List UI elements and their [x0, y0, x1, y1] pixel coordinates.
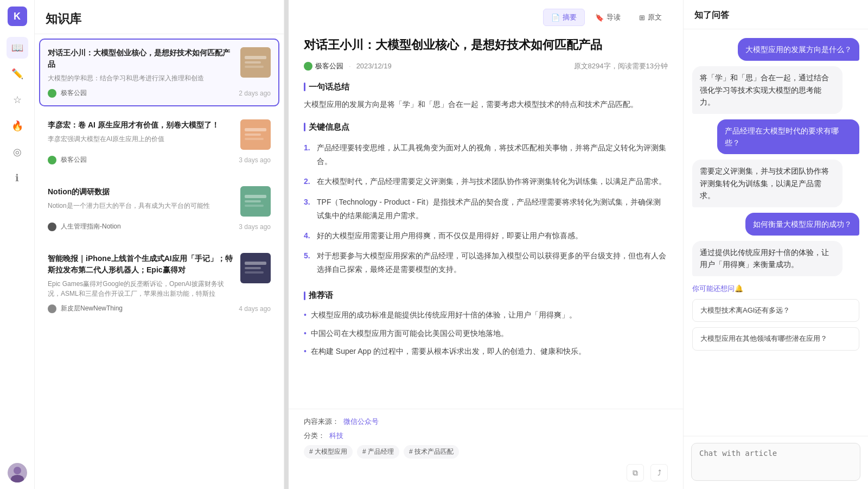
view-tabs: 📄摘要🔖导读⊞原文	[543, 9, 670, 26]
article-card-thumb	[240, 253, 271, 283]
recommend-section: 推荐语 大模型应用的成功标准是能提供比传统应用好十倍的体验，让用户「用得爽」。中…	[304, 290, 668, 360]
chat-header: 知了问答	[684, 0, 868, 29]
source-link[interactable]: 微信公众号	[343, 417, 379, 427]
article-meta: 极客公园 · 2023/12/19 原文8294字，阅读需要13分钟	[304, 61, 668, 71]
svg-rect-8	[245, 128, 266, 131]
tag[interactable]: # 大模型应用	[304, 445, 353, 459]
article-card-title: 智能晚报｜iPhone上线首个生成式AI应用「手记」；特斯拉发布第二代人形机器人…	[48, 253, 235, 276]
article-card[interactable]: Notion的调研数据 Notion是一个潜力巨大的平台，具有成为大平台的可能性…	[39, 177, 279, 240]
article-card-title: Notion的调研数据	[48, 186, 235, 198]
category-label: 分类：	[304, 431, 325, 441]
summary-section: 一句话总结 大模型应用的发展方向是将「学」和「思」合在一起，需要考虑大模型技术的…	[304, 82, 668, 111]
time-text: 4 days ago	[239, 305, 271, 313]
key-point-item: 产品经理要转变思维，从工具视角变为面对人的视角，将技术匹配相关事物，并将产品定义…	[304, 138, 668, 172]
svg-rect-6	[245, 66, 264, 68]
content-body: 对话王小川：大模型创业核心，是想好技术如何匹配产品 极客公园 · 2023/12…	[289, 26, 683, 409]
time-text: 3 days ago	[239, 223, 271, 231]
recommend-list: 大模型应用的成功标准是能提供比传统应用好十倍的体验，让用户「用得爽」。中国公司在…	[304, 306, 668, 360]
svg-rect-9	[245, 134, 261, 136]
chat-input-area	[684, 436, 868, 489]
content-footer: 内容来源： 微信公众号 分类： 科技 # 大模型应用# 产品经理# 技术产品匹配…	[289, 409, 683, 489]
page-title: 知识库	[46, 11, 273, 27]
time-text: 3 days ago	[239, 156, 271, 164]
key-point-item: 好的大模型应用需要让用户用得爽，而不仅仅是用得好，即要让用户有惊喜感。	[304, 226, 668, 246]
article-card[interactable]: 李彦宏：卷 AI 原生应用才有价值，别卷大模型了！ 李彦宏强调大模型在AI原生应…	[39, 111, 279, 173]
footer-actions: ⧉ ⤴	[304, 464, 668, 481]
chat-input[interactable]	[691, 443, 860, 481]
word-count: 原文8294字，阅读需要13分钟	[574, 61, 668, 71]
chat-user-message: 产品经理在大模型时代的要求有哪些？	[717, 119, 859, 155]
svg-point-1	[14, 467, 21, 474]
svg-rect-18	[245, 271, 264, 274]
article-card[interactable]: 智能晚报｜iPhone上线首个生成式AI应用「手记」；特斯拉发布第二代人形机器人…	[39, 244, 279, 322]
recommend-title: 推荐语	[304, 290, 668, 301]
time-text: 2 days ago	[239, 90, 271, 97]
user-avatar[interactable]	[8, 463, 27, 482]
article-card-thumb	[240, 119, 271, 150]
source-info: 极客公园	[304, 61, 343, 71]
article-list-items: 对话王小川：大模型创业核心，是想好技术如何匹配产品 大模型的学和思：结合学习和思…	[35, 34, 284, 489]
summary-title: 一句话总结	[304, 82, 668, 92]
sidebar-item-info[interactable]: ℹ	[7, 167, 28, 189]
article-card[interactable]: 对话王小川：大模型创业核心，是想好技术如何匹配产品 大模型的学和思：结合学习和思…	[39, 39, 279, 106]
recommend-item: 大模型应用的成功标准是能提供比传统应用好十倍的体验，让用户「用得爽」。	[304, 306, 668, 324]
key-points-section: 关键信息点 产品经理要转变思维，从工具视角变为面对人的视角，将技术匹配相关事物，…	[304, 122, 668, 280]
article-card-title: 对话王小川：大模型创业核心，是想好技术如何匹配产品	[48, 47, 235, 70]
view-tab-原文[interactable]: ⊞原文	[631, 9, 670, 26]
chat-suggestion[interactable]: 大模型应用在其他领域有哪些潜在应用？	[692, 327, 859, 351]
chat-user-message: 如何衡量大模型应用的成功？	[745, 213, 859, 236]
chat-suggestion[interactable]: 大模型技术离AGI还有多远？	[692, 299, 859, 322]
app-logo[interactable]: K	[8, 7, 27, 26]
separator	[284, 0, 289, 489]
category-link[interactable]: 科技	[329, 431, 343, 441]
view-tab-导读[interactable]: 🔖导读	[587, 9, 629, 26]
article-date: 2023/12/19	[356, 62, 392, 70]
article-card-thumb	[240, 186, 271, 217]
chat-panel: 知了问答 大模型应用的发展方向是什么？将「学」和「思」合在一起，通过结合强化学习…	[684, 0, 868, 489]
recommend-item: 在构建 Super App 的过程中，需要从根本诉求出发，即人的创造力、健康和快…	[304, 342, 668, 360]
sidebar-item-fire[interactable]: 🔥	[7, 115, 28, 137]
chat-body: 大模型应用的发展方向是什么？将「学」和「思」合在一起，通过结合强化学习等技术实现…	[684, 29, 868, 436]
article-title: 对话王小川：大模型创业核心，是想好技术如何匹配产品	[304, 37, 668, 54]
article-card-title: 李彦宏：卷 AI 原生应用才有价值，别卷大模型了！	[48, 119, 235, 131]
source-name: 人生管理指南-Notion	[61, 222, 121, 231]
svg-rect-5	[245, 61, 261, 63]
key-points-title: 关键信息点	[304, 122, 668, 132]
key-point-item: 对于想要参与大模型应用探索的产品经理，可以选择加入模型公司以获得更多的平台级支持…	[304, 246, 668, 280]
source-name: 极客公园	[61, 88, 87, 98]
main-area: 知识库 对话王小川：大模型创业核心，是想好技术如何匹配产品 大模型的学和思：结合…	[35, 0, 868, 489]
view-tab-摘要[interactable]: 📄摘要	[543, 9, 585, 26]
source-icon	[48, 156, 56, 164]
article-card-desc: Epic Games赢得对Google的反垄断诉讼，OpenAI披露财务状况，A…	[48, 279, 235, 299]
share-button[interactable]: ⤴	[650, 464, 668, 481]
source-name: 新皮层NewNewThing	[61, 304, 123, 313]
svg-rect-13	[245, 200, 261, 202]
source-name: 极客公园	[315, 61, 343, 71]
content-panel: 📄摘要🔖导读⊞原文 对话王小川：大模型创业核心，是想好技术如何匹配产品 极客公园…	[289, 0, 684, 489]
sidebar-item-star[interactable]: ☆	[7, 89, 28, 111]
svg-rect-16	[245, 262, 266, 265]
source-label: 内容来源：	[304, 417, 339, 427]
chat-ai-message: 需要定义评测集，并与技术团队协作将评测集转化为训练集，以满足产品需求。	[692, 160, 843, 207]
article-card-desc: 李彦宏强调大模型在AI原生应用上的价值	[48, 134, 235, 144]
key-point-item: TPF（Technology - Product - Fit）是指技术产品的契合…	[304, 192, 668, 226]
tag[interactable]: # 产品经理	[357, 445, 399, 459]
article-list-header: 知识库	[35, 0, 284, 34]
chat-ai-message: 将「学」和「思」合在一起，通过结合强化学习等技术实现大模型的思考能力。	[692, 66, 843, 113]
key-point-item: 在大模型时代，产品经理需要定义评测集，并与技术团队协作将评测集转化为训练集，以满…	[304, 172, 668, 192]
sidebar-item-library[interactable]: 📖	[7, 37, 28, 59]
article-card-thumb	[240, 47, 271, 78]
sidebar-item-edit[interactable]: ✏️	[7, 63, 28, 85]
tag[interactable]: # 技术产品匹配	[404, 445, 459, 459]
sidebar: K 📖 ✏️ ☆ 🔥 ◎ ℹ	[0, 0, 35, 489]
source-icon	[48, 304, 56, 313]
key-points-list: 产品经理要转变思维，从工具视角变为面对人的视角，将技术匹配相关事物，并将产品定义…	[304, 138, 668, 280]
svg-rect-10	[245, 138, 264, 140]
article-card-desc: 大模型的学和思：结合学习和思考进行深入推理和创造	[48, 73, 235, 83]
source-icon	[48, 89, 56, 98]
svg-rect-17	[245, 267, 261, 269]
tags-row: # 大模型应用# 产品经理# 技术产品匹配	[304, 445, 668, 459]
copy-button[interactable]: ⧉	[627, 464, 644, 481]
sidebar-item-circle[interactable]: ◎	[7, 141, 28, 163]
article-list-panel: 知识库 对话王小川：大模型创业核心，是想好技术如何匹配产品 大模型的学和思：结合…	[35, 0, 284, 489]
